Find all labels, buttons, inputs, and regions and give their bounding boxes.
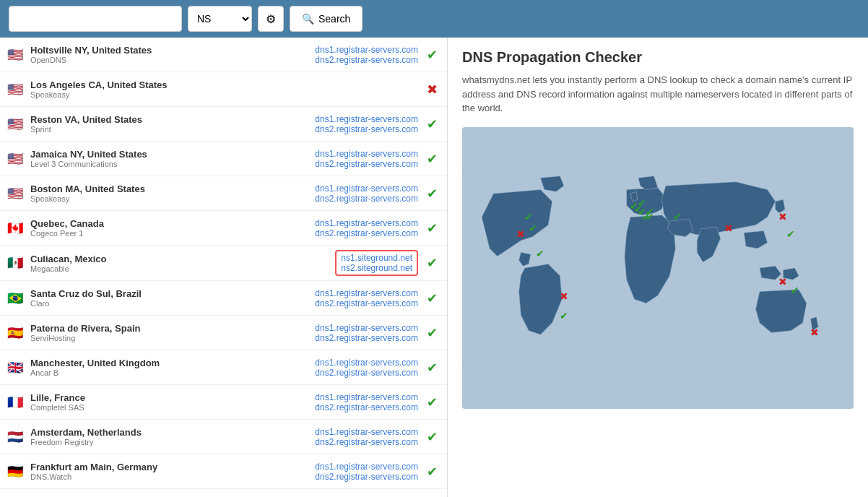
status-ok-icon: ✔ xyxy=(424,47,440,63)
location-info: Paterna de Rivera, SpainServiHosting xyxy=(30,323,315,342)
dns-block: dns1.registrar-servers.comdns2.registrar… xyxy=(315,358,418,378)
location-name: Manchester, United Kingdom xyxy=(30,358,315,368)
dns2-link[interactable]: dns2.registrar-servers.com xyxy=(315,437,418,447)
dns-block: dns1.registrar-servers.comdns2.registrar… xyxy=(315,45,418,65)
location-name: Santa Cruz do Sul, Brazil xyxy=(30,288,315,299)
dns-block: dns1.registrar-servers.comdns2.registrar… xyxy=(315,323,418,343)
search-button-label: Search xyxy=(318,13,350,25)
location-name: Boston MA, United States xyxy=(30,183,315,194)
result-row: 🇺🇸Jamaica NY, United StatesLevel 3 Commu… xyxy=(0,142,447,176)
result-row: 🇺🇸Holtsville NY, United StatesOpenDNSdns… xyxy=(0,38,447,72)
status-ok-icon: ✔ xyxy=(424,255,440,271)
domain-input[interactable] xyxy=(9,6,182,32)
world-map-svg xyxy=(462,127,854,409)
dns1-link[interactable]: dns1.registrar-servers.com xyxy=(315,218,418,228)
country-flag: 🇳🇱 xyxy=(7,429,25,445)
status-ok-icon: ✔ xyxy=(424,429,440,445)
settings-button[interactable]: ⚙ xyxy=(258,6,284,32)
dns1-link[interactable]: dns1.registrar-servers.com xyxy=(315,149,418,159)
location-info: Boston MA, United StatesSpeakeasy xyxy=(30,183,315,203)
dns2-link[interactable]: dns2.registrar-servers.com xyxy=(315,333,418,343)
dns2-link[interactable]: dns2.registrar-servers.com xyxy=(315,228,418,238)
dns2-link[interactable]: ns2.siteground.net xyxy=(341,263,412,273)
result-row: 🇩🇪Frankfurt am Main, GermanyDNS.Watchdns… xyxy=(0,454,447,489)
dns1-link[interactable]: dns1.registrar-servers.com xyxy=(315,114,418,124)
dns1-link[interactable]: dns1.registrar-servers.com xyxy=(315,462,418,472)
dns2-link[interactable]: dns2.registrar-servers.com xyxy=(315,472,418,482)
record-type-select[interactable]: NS A AAAA MX TXT CNAME SOA xyxy=(188,6,252,32)
dns1-link[interactable]: dns1.registrar-servers.com xyxy=(315,427,418,437)
country-flag: 🇫🇷 xyxy=(7,394,25,410)
country-flag: 🇺🇸 xyxy=(7,151,25,167)
result-row: 🇺🇸Los Angeles CA, United StatesSpeakeasy… xyxy=(0,72,447,107)
dns2-link[interactable]: dns2.registrar-servers.com xyxy=(315,55,418,65)
dns2-link[interactable]: dns2.registrar-servers.com xyxy=(315,124,418,134)
status-fail-icon: ✖ xyxy=(424,82,440,98)
gear-icon: ⚙ xyxy=(266,12,276,26)
location-isp: DNS.Watch xyxy=(30,472,315,481)
country-flag: 🇨🇦 xyxy=(7,220,25,236)
country-flag: 🇺🇸 xyxy=(7,116,25,132)
status-ok-icon: ✔ xyxy=(424,290,440,306)
dns1-link[interactable]: dns1.registrar-servers.com xyxy=(315,288,418,298)
dns1-link[interactable]: dns1.registrar-servers.com xyxy=(315,392,418,402)
location-info: Quebec, CanadaCogeco Peer 1 xyxy=(30,218,315,238)
status-ok-icon: ✔ xyxy=(424,360,440,376)
dns-block: dns1.registrar-servers.comdns2.registrar… xyxy=(315,218,418,238)
status-ok-icon: ✔ xyxy=(424,394,440,410)
checker-description: whatsmydns.net lets you instantly perfor… xyxy=(462,73,854,116)
dns2-link[interactable]: dns2.registrar-servers.com xyxy=(315,402,418,412)
country-flag: 🇲🇽 xyxy=(7,255,25,271)
dns-block: dns1.registrar-servers.comdns2.registrar… xyxy=(315,114,418,134)
location-info: Frankfurt am Main, GermanyDNS.Watch xyxy=(30,462,315,481)
dns2-link[interactable]: dns2.registrar-servers.com xyxy=(315,194,418,204)
result-row: 🇪🇸Paterna de Rivera, SpainServiHostingdn… xyxy=(0,316,447,350)
results-panel: 🇺🇸Holtsville NY, United StatesOpenDNSdns… xyxy=(0,38,448,497)
location-name: Quebec, Canada xyxy=(30,218,315,229)
country-flag: 🇺🇸 xyxy=(7,47,25,63)
dns-highlighted-block: ns1.siteground.netns2.siteground.net xyxy=(335,250,418,276)
dns-block: dns1.registrar-servers.comdns2.registrar… xyxy=(315,183,418,204)
location-isp: Completel SAS xyxy=(30,403,315,412)
dns-block: dns1.registrar-servers.comdns2.registrar… xyxy=(315,462,418,482)
dns2-link[interactable]: dns2.registrar-servers.com xyxy=(315,298,418,308)
location-name: Jamaica NY, United States xyxy=(30,149,315,160)
result-row: 🇬🇧Manchester, United KingdomAncar Bdns1.… xyxy=(0,350,447,385)
dns-block: dns1.registrar-servers.comdns2.registrar… xyxy=(315,392,418,412)
result-row: 🇧🇷Santa Cruz do Sul, BrazilClarodns1.reg… xyxy=(0,281,447,316)
dns1-link[interactable]: dns1.registrar-servers.com xyxy=(315,358,418,368)
dns1-link[interactable]: dns1.registrar-servers.com xyxy=(315,183,418,194)
location-isp: Sprint xyxy=(30,125,315,134)
country-flag: 🇩🇪 xyxy=(7,464,25,480)
result-row: 🇲🇽Culiacan, MexicoMegacablens1.sitegroun… xyxy=(0,246,447,281)
status-ok-icon: ✔ xyxy=(424,325,440,341)
country-flag: 🇬🇧 xyxy=(7,360,25,376)
location-info: Lille, FranceCompletel SAS xyxy=(30,392,315,412)
country-flag: 🇺🇸 xyxy=(7,82,25,98)
dns2-link[interactable]: dns2.registrar-servers.com xyxy=(315,368,418,378)
dns1-link[interactable]: dns1.registrar-servers.com xyxy=(315,45,418,55)
main-content: 🇺🇸Holtsville NY, United StatesOpenDNSdns… xyxy=(0,38,868,497)
location-isp: Claro xyxy=(30,299,315,308)
location-name: Reston VA, United States xyxy=(30,114,315,125)
search-button[interactable]: 🔍 Search xyxy=(290,6,363,32)
location-info: Manchester, United KingdomAncar B xyxy=(30,358,315,377)
dns1-link[interactable]: ns1.siteground.net xyxy=(341,253,412,263)
location-name: Amsterdam, Netherlands xyxy=(30,427,315,438)
result-row: 🇺🇸Boston MA, United StatesSpeakeasydns1.… xyxy=(0,176,447,211)
location-info: Santa Cruz do Sul, BrazilClaro xyxy=(30,288,315,308)
location-name: Lille, France xyxy=(30,392,315,403)
country-flag: 🇧🇷 xyxy=(7,290,25,306)
dns1-link[interactable]: dns1.registrar-servers.com xyxy=(315,323,418,333)
result-row: 🇫🇷Lille, FranceCompletel SASdns1.registr… xyxy=(0,385,447,420)
result-row: 🇨🇭Zizers, SwitzerlandOskar Emmeneggerdns… xyxy=(0,489,447,497)
location-isp: ServiHosting xyxy=(30,334,315,342)
location-isp: OpenDNS xyxy=(30,56,315,64)
world-map-container: ✖✔✔✔✔✖✔✔✔✔✔✔✔✔✖✖✔✖✔✖ xyxy=(462,127,854,409)
location-info: Reston VA, United StatesSprint xyxy=(30,114,315,134)
location-name: Holtsville NY, United States xyxy=(30,45,315,56)
location-isp: Ancar B xyxy=(30,368,315,377)
location-isp: Freedom Registry xyxy=(30,438,315,446)
location-info: Los Angeles CA, United StatesSpeakeasy xyxy=(30,79,418,99)
dns2-link[interactable]: dns2.registrar-servers.com xyxy=(315,159,418,169)
